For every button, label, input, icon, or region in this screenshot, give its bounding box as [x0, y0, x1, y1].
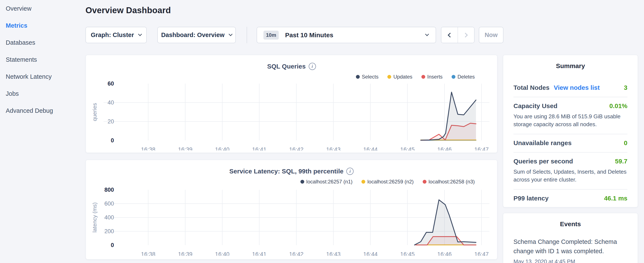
view-nodes-list-link[interactable]: View nodes list: [554, 84, 600, 91]
summary-row-label: Capacity Used: [514, 102, 558, 110]
y-tick-label: 0: [111, 242, 114, 248]
legend-dot-icon: [423, 180, 426, 184]
chevron-down-icon: [228, 32, 232, 36]
summary-row-value: 3: [624, 84, 628, 91]
y-tick-label: 400: [104, 214, 114, 221]
sidebar-item-metrics[interactable]: Metrics: [0, 17, 86, 34]
sidebar-item-network-latency[interactable]: Network Latency: [0, 68, 86, 85]
chevron-right-icon: [463, 33, 468, 38]
event-text: Schema Change Completed: Schema change w…: [514, 237, 628, 256]
summary-row: Capacity Used0.01%You are using 28.6 MiB…: [514, 97, 628, 134]
summary-row-label: P99 latency: [514, 195, 548, 202]
legend-dot-icon: [388, 75, 391, 79]
legend-item: localhost:26257 (n1): [300, 179, 352, 185]
summary-row-description: Sum of Selects, Updates, Inserts, and De…: [514, 168, 628, 184]
legend-dot-icon: [362, 180, 365, 184]
y-tick-label: 20: [108, 118, 114, 125]
summary-row: Total NodesView nodes list3: [514, 79, 628, 97]
sidebar-item-statements[interactable]: Statements: [0, 51, 86, 68]
y-tick-label: 60: [108, 80, 114, 87]
legend-item: Selects: [356, 74, 379, 80]
x-tick-label: 16:39: [178, 251, 192, 256]
y-axis-title: queries: [92, 103, 98, 121]
legend-dot-icon: [356, 75, 360, 79]
x-tick-label: 16:44: [363, 251, 378, 256]
summary-row-value: 0.01%: [609, 102, 628, 110]
chart-legend: SelectsUpdatesInsertsDeletes: [356, 74, 475, 80]
x-tick-label: 16:46: [437, 251, 452, 256]
x-tick-label: 16:39: [178, 146, 192, 150]
legend-label: localhost:26258 (n3): [428, 179, 475, 185]
controls-bar: Graph: Cluster Dashboard: Overview 10m P…: [86, 27, 504, 43]
sidebar-item-databases[interactable]: Databases: [0, 34, 86, 51]
summary-row-label: Queries per second: [514, 158, 573, 165]
x-tick-label: 16:44: [363, 146, 378, 150]
info-icon[interactable]: i: [346, 168, 354, 175]
legend-label: Deletes: [458, 74, 475, 80]
events-list: Schema Change Completed: Schema change w…: [514, 237, 628, 263]
time-range-selector[interactable]: 10m Past 10 Minutes: [256, 27, 436, 43]
summary-row: P99 latency46.1 ms: [514, 189, 628, 207]
controls-divider: [247, 27, 247, 43]
x-tick-label: 16:41: [252, 146, 266, 150]
summary-title: Summary: [503, 62, 638, 70]
sidebar: OverviewMetricsDatabasesStatementsNetwor…: [0, 0, 86, 263]
x-tick-label: 16:46: [437, 146, 452, 150]
chart-title-row: SQL Queries i: [86, 63, 497, 70]
prev-range-button[interactable]: [442, 27, 458, 43]
sidebar-item-advanced-debug[interactable]: Advanced Debug: [0, 102, 86, 119]
events-title: Events: [503, 220, 638, 228]
summary-row: Unavailable ranges0: [514, 134, 628, 152]
event-timestamp: May 13, 2020 at 4:45 PM: [514, 258, 628, 263]
next-range-button[interactable]: [458, 27, 474, 43]
y-tick-label: 600: [104, 200, 114, 207]
service-latency-card: Service Latency: SQL, 99th percentile i …: [86, 160, 498, 259]
sidebar-item-jobs[interactable]: Jobs: [0, 85, 86, 102]
x-tick-label: 16:42: [289, 251, 304, 256]
now-button[interactable]: Now: [479, 27, 504, 43]
dashboard-dropdown-label: Dashboard: Overview: [161, 32, 224, 39]
event-item: Schema Change Completed: Schema change w…: [514, 237, 628, 263]
summary-row-value: 0: [624, 139, 628, 147]
page-title: Overview Dashboard: [86, 6, 171, 15]
time-range-label: Past 10 Minutes: [285, 32, 421, 39]
summary-row-label: Unavailable ranges: [514, 139, 572, 147]
legend-item: localhost:26258 (n3): [423, 179, 475, 185]
legend-dot-icon: [300, 180, 304, 184]
x-tick-label: 16:40: [215, 146, 230, 150]
summary-row-value: 46.1 ms: [604, 195, 628, 202]
legend-label: Updates: [393, 74, 412, 80]
legend-dot-icon: [452, 75, 456, 79]
legend-item: localhost:26259 (n2): [362, 179, 414, 185]
chevron-left-icon: [448, 33, 453, 38]
sql-queries-card: SQL Queries i SelectsUpdatesInsertsDelet…: [86, 55, 498, 153]
graph-dropdown-label: Graph: Cluster: [91, 32, 134, 39]
events-card: Events Schema Change Completed: Schema c…: [503, 213, 638, 263]
service-latency-chart[interactable]: 16:3816:3916:4016:4116:4216:4316:4416:45…: [90, 185, 494, 256]
legend-label: localhost:26257 (n1): [306, 179, 352, 185]
graph-dropdown[interactable]: Graph: Cluster: [86, 27, 147, 43]
x-tick-label: 16:43: [326, 251, 340, 256]
summary-row-description: You are using 28.6 MiB of 515.9 GiB usab…: [514, 113, 628, 128]
legend-dot-icon: [422, 75, 425, 79]
time-range-badge: 10m: [264, 31, 279, 40]
legend-label: Selects: [362, 74, 379, 80]
sidebar-item-overview[interactable]: Overview: [0, 0, 86, 17]
x-tick-label: 16:38: [141, 251, 156, 256]
legend-label: localhost:26259 (n2): [368, 179, 414, 185]
dashboard-dropdown[interactable]: Dashboard: Overview: [157, 27, 236, 43]
info-icon[interactable]: i: [309, 63, 316, 70]
sql-queries-chart[interactable]: 16:3816:3916:4016:4116:4216:4316:4416:45…: [90, 80, 494, 150]
x-tick-label: 16:38: [141, 146, 156, 150]
y-tick-label: 40: [108, 99, 114, 106]
legend-item: Deletes: [452, 74, 475, 80]
x-tick-label: 16:42: [289, 146, 304, 150]
chart-legend: localhost:26257 (n1)localhost:26259 (n2)…: [300, 179, 475, 185]
x-tick-label: 16:47: [474, 146, 489, 150]
x-tick-label: 16:40: [215, 251, 230, 256]
summary-row-value: 59.7: [615, 158, 628, 165]
summary-row-label: Total Nodes: [514, 84, 550, 91]
sidebar-nav: OverviewMetricsDatabasesStatementsNetwor…: [0, 0, 86, 119]
y-tick-label: 200: [104, 228, 114, 234]
chevron-down-icon: [138, 32, 142, 36]
